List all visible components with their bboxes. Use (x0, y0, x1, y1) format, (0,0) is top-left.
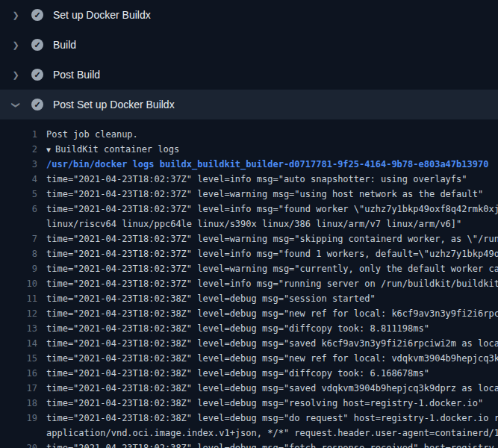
log-line: 16 time="2021-04-23T18:02:38Z" level=deb… (0, 366, 498, 381)
log-line: 20 time="2021-04-23T18:02:38Z" level=deb… (0, 441, 498, 448)
log-line: 15 time="2021-04-23T18:02:38Z" level=deb… (0, 351, 498, 366)
log-line-text: time="2021-04-23T18:02:37Z" level=warnin… (46, 187, 498, 202)
step-label: Set up Docker Buildx (53, 9, 151, 21)
log-line: 1 Post job cleanup. (0, 127, 498, 142)
log-line-text: time="2021-04-23T18:02:38Z" level=debug … (46, 306, 498, 321)
check-circle-icon: ✓ (31, 9, 43, 21)
log-line-number[interactable]: 16 (0, 366, 37, 381)
log-line-text: ▼ BuildKit container logs (46, 142, 498, 157)
log-line-number[interactable]: 7 (0, 231, 37, 246)
step-header[interactable]: ❯ ✓ Post Set up Docker Buildx (0, 90, 498, 119)
log-line: 12 time="2021-04-23T18:02:38Z" level=deb… (0, 306, 498, 321)
log-line-number[interactable]: 6 (0, 202, 37, 217)
chevron-right-icon: ❯ (10, 41, 21, 49)
log-line-text: time="2021-04-23T18:02:37Z" level=info m… (46, 276, 498, 291)
log-line-text: linux/riscv64 linux/ppc64le linux/s390x … (46, 217, 498, 231)
log-line-number[interactable]: 19 (0, 411, 37, 426)
step-header[interactable]: ❯ ✓ Post Build (0, 60, 498, 90)
log-line-text: time="2021-04-23T18:02:37Z" level=info m… (46, 246, 498, 261)
log-line-text: time="2021-04-23T18:02:37Z" level=info m… (46, 172, 498, 187)
log-line-number[interactable]: 11 (0, 291, 37, 306)
log-line-text: time="2021-04-23T18:02:37Z" level=info m… (46, 202, 498, 217)
log-line-number[interactable]: 9 (0, 261, 37, 276)
log-line: 17 time="2021-04-23T18:02:38Z" level=deb… (0, 381, 498, 396)
log-line: 10 time="2021-04-23T18:02:37Z" level=inf… (0, 276, 498, 291)
log-line: linux/riscv64 linux/ppc64le linux/s390x … (0, 217, 498, 231)
log-line-number[interactable]: 20 (0, 441, 37, 448)
workflow-log-panel: ❯ ✓ Set up Docker Buildx ❯ ✓ Build ❯ ✓ P… (0, 0, 498, 448)
step-header[interactable]: ❯ ✓ Build (0, 30, 498, 60)
log-line-number[interactable]: 5 (0, 187, 37, 202)
check-circle-icon: ✓ (31, 99, 43, 111)
log-line-text: time="2021-04-23T18:02:37Z" level=warnin… (46, 231, 498, 246)
check-circle-icon: ✓ (31, 69, 43, 81)
log-line-number[interactable]: 15 (0, 351, 37, 366)
log-line: 6 time="2021-04-23T18:02:37Z" level=info… (0, 202, 498, 217)
log-line-text: time="2021-04-23T18:02:38Z" level=debug … (46, 411, 498, 426)
log-line: 5 time="2021-04-23T18:02:37Z" level=warn… (0, 187, 498, 202)
log-line-number[interactable]: 17 (0, 381, 37, 396)
step-label: Post Set up Docker Buildx (53, 99, 175, 111)
log-line-text: time="2021-04-23T18:02:38Z" level=debug … (46, 381, 498, 396)
chevron-down-icon: ❯ (12, 99, 20, 110)
log-line-text: Post job cleanup. (46, 127, 498, 142)
log-line-text: time="2021-04-23T18:02:38Z" level=debug … (46, 291, 498, 306)
log-line-number[interactable]: 8 (0, 246, 37, 261)
log-line: 7 time="2021-04-23T18:02:37Z" level=warn… (0, 231, 498, 246)
log-line: 13 time="2021-04-23T18:02:38Z" level=deb… (0, 321, 498, 336)
log-line-number[interactable] (0, 426, 37, 441)
log-output: 1 Post job cleanup. 2 ▼ BuildKit contain… (0, 119, 498, 448)
step-label: Build (53, 39, 76, 51)
log-line-number[interactable]: 12 (0, 306, 37, 321)
log-line: 9 time="2021-04-23T18:02:37Z" level=warn… (0, 261, 498, 276)
log-line-number[interactable]: 3 (0, 157, 37, 172)
log-line: 19 time="2021-04-23T18:02:38Z" level=deb… (0, 411, 498, 426)
log-line-number[interactable] (0, 217, 37, 231)
triangle-down-icon[interactable]: ▼ (46, 143, 55, 157)
log-line-number[interactable]: 10 (0, 276, 37, 291)
log-line-text: time="2021-04-23T18:02:38Z" level=debug … (46, 441, 498, 448)
log-line: 18 time="2021-04-23T18:02:38Z" level=deb… (0, 396, 498, 411)
log-line-text: time="2021-04-23T18:02:38Z" level=debug … (46, 321, 498, 336)
log-line-number[interactable]: 1 (0, 127, 37, 142)
step-list: ❯ ✓ Set up Docker Buildx ❯ ✓ Build ❯ ✓ P… (0, 0, 498, 119)
log-line: 3 /usr/bin/docker logs buildx_buildkit_b… (0, 157, 498, 172)
log-line-text: time="2021-04-23T18:02:38Z" level=debug … (46, 351, 498, 366)
log-line-number[interactable]: 18 (0, 396, 37, 411)
log-line-number[interactable]: 14 (0, 336, 37, 351)
log-line: 14 time="2021-04-23T18:02:38Z" level=deb… (0, 336, 498, 351)
step-label: Post Build (53, 69, 100, 81)
chevron-right-icon: ❯ (10, 11, 21, 19)
log-line-text: /usr/bin/docker logs buildx_buildkit_bui… (46, 157, 498, 172)
log-line-text: time="2021-04-23T18:02:38Z" level=debug … (46, 366, 498, 381)
log-line-number[interactable]: 4 (0, 172, 37, 187)
log-line-number[interactable]: 13 (0, 321, 37, 336)
step-header[interactable]: ❯ ✓ Set up Docker Buildx (0, 0, 498, 30)
log-line: 4 time="2021-04-23T18:02:37Z" level=info… (0, 172, 498, 187)
log-line-text: time="2021-04-23T18:02:38Z" level=debug … (46, 396, 498, 411)
log-line-text: time="2021-04-23T18:02:38Z" level=debug … (46, 336, 498, 351)
log-line-text: application/vnd.oci.image.index.v1+json,… (46, 426, 498, 441)
log-line: 8 time="2021-04-23T18:02:37Z" level=info… (0, 246, 498, 261)
check-circle-icon: ✓ (31, 39, 43, 51)
log-line-number[interactable]: 2 (0, 142, 37, 157)
chevron-right-icon: ❯ (10, 71, 21, 79)
log-line-text: time="2021-04-23T18:02:37Z" level=warnin… (46, 261, 498, 276)
log-line: 11 time="2021-04-23T18:02:38Z" level=deb… (0, 291, 498, 306)
log-line: application/vnd.oci.image.index.v1+json,… (0, 426, 498, 441)
log-line: 2 ▼ BuildKit container logs (0, 142, 498, 157)
